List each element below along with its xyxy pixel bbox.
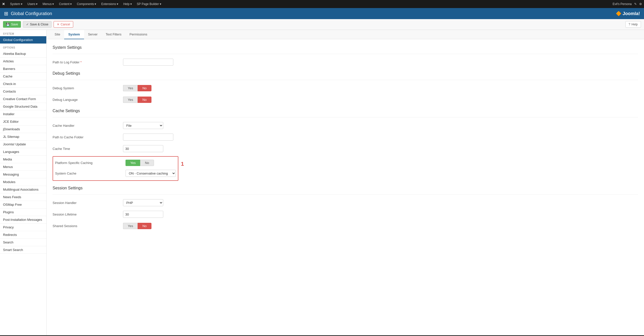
session-handler-row: Session Handler PHP Database Memcached R… [53,199,638,207]
session-lifetime-input[interactable] [123,211,163,218]
debug-system-label: Debug System [53,86,123,90]
settings-icon[interactable]: ⚙ [639,2,642,6]
sidebar-item-media[interactable]: Media [0,156,46,163]
system-cache-select[interactable]: OFF ON - Conservative caching ON - Progr… [126,170,176,177]
help-button[interactable]: ? Help [625,21,641,28]
sidebar-item-articles[interactable]: Articles [0,58,46,65]
path-cache-folder-input[interactable] [123,134,173,141]
shared-sessions-toggle: Yes No [123,223,151,229]
debug-language-no[interactable]: No [138,97,151,103]
sidebar-item-smart-search[interactable]: Smart Search [0,246,46,254]
nav-components[interactable]: Components ▾ [75,0,98,8]
sidebar-item-contacts[interactable]: Contacts [0,88,46,95]
system-cache-label: System Cache [55,172,126,175]
cache-handler-row: Cache Handler File Memcached Redis [53,121,638,130]
session-handler-label: Session Handler [53,201,123,205]
platform-caching-no[interactable]: No [140,160,154,166]
debug-system-toggle: Yes No [123,85,151,91]
sidebar-item-news-feeds[interactable]: News Feeds [0,193,46,201]
sidebar-item-jce-editor[interactable]: JCE Editor [0,118,46,125]
tab-site[interactable]: Site [51,30,64,39]
save-close-button[interactable]: ✓ Save & Close [23,21,52,28]
nav-users[interactable]: Users ▾ [25,0,39,8]
debug-system-row: Debug System Yes No [53,84,638,92]
session-lifetime-label: Session Lifetime [53,213,123,216]
x-icon: ✕ [57,23,59,26]
sidebar-item-cache[interactable]: Cache [0,73,46,80]
checkmark-icon: ✓ [26,23,29,26]
sidebar-item-redirects[interactable]: Redirects [0,231,46,239]
system-cache-row: System Cache OFF ON - Conservative cachi… [55,169,176,177]
sidebar-item-modules[interactable]: Modules [0,178,46,186]
current-user: Evil's Persona [613,2,632,6]
sidebar-item-global-configuration[interactable]: Global Configuration [0,36,46,44]
debug-language-row: Debug Language Yes No [53,96,638,104]
sidebar-item-creative-contact-form[interactable]: Creative Contact Form [0,95,46,103]
sidebar-item-check-in[interactable]: Check-in [0,80,46,88]
tab-permissions[interactable]: Permissions [126,30,151,39]
path-cache-folder-label: Path to Cache Folder [53,135,123,139]
sidebar-item-google-structured-data[interactable]: Google Structured Data [0,103,46,110]
nav-content[interactable]: Content ▾ [57,0,74,8]
system-settings-title: System Settings [53,45,638,50]
edit-icon[interactable]: ✎ [634,2,637,6]
sidebar-item-languages[interactable]: Languages [0,148,46,156]
cache-handler-select[interactable]: File Memcached Redis [123,122,163,129]
tab-system[interactable]: System [64,30,84,39]
nav-help[interactable]: Help ▾ [121,0,134,8]
sidebar-item-post-installation[interactable]: Post-Installation Messages [0,216,46,224]
tab-server[interactable]: Server [84,30,102,39]
sidebar-item-installer[interactable]: Installer [0,110,46,118]
debug-system-yes[interactable]: Yes [123,85,138,91]
system-section-label: SYSTEM [0,30,46,36]
tabs-bar: Site System Server Text Filters Permissi… [47,30,644,39]
joomla-logo: 🔶 Joomla! [616,11,640,16]
cache-time-input[interactable] [123,145,163,152]
sidebar-item-multilingual[interactable]: Multilingual Associations [0,186,46,193]
session-handler-select[interactable]: PHP Database Memcached Redis [123,199,163,206]
nav-menus[interactable]: Menus ▾ [41,0,56,8]
cache-settings-title: Cache Settings [53,109,638,113]
shared-sessions-yes[interactable]: Yes [123,223,138,229]
session-lifetime-row: Session Lifetime [53,210,638,218]
content-area: System Settings Path to Log Folder * Deb… [47,39,644,237]
platform-caching-label: Platform Specific Caching [55,161,126,165]
sidebar-item-banners[interactable]: Banners [0,65,46,73]
highlight-arrow: 1 [181,161,184,167]
shared-sessions-no[interactable]: No [138,223,151,229]
sidebar-item-plugins[interactable]: Plugins [0,208,46,216]
sidebar-item-joomla-update[interactable]: Joomla! Update [0,141,46,148]
sidebar-item-jl-sitemap[interactable]: JL Sitemap [0,133,46,141]
sidebar-item-menus[interactable]: Menus [0,163,46,171]
platform-caching-yes[interactable]: Yes [126,160,140,166]
cancel-button[interactable]: ✕ Cancel [54,21,73,28]
shared-sessions-label: Shared Sessions [53,224,123,228]
sidebar-item-jdownloads[interactable]: jDownloads [0,125,46,133]
main-layout: SYSTEM Global Configuration OPTIONS Akee… [0,30,644,335]
path-cache-folder-row: Path to Cache Folder [53,133,638,141]
sidebar-item-privacy[interactable]: Privacy [0,224,46,231]
tab-text-filters[interactable]: Text Filters [102,30,126,39]
nav-sp-page-builder[interactable]: SP Page Builder ▾ [135,0,163,8]
cache-time-label: Cache Time [53,147,123,151]
sidebar-item-messaging[interactable]: Messaging [0,171,46,178]
main-content: Site System Server Text Filters Permissi… [47,30,644,335]
debug-system-no[interactable]: No [138,85,151,91]
path-log-folder-label: Path to Log Folder * [53,60,123,64]
system-logo: ✕ [2,2,5,6]
save-icon: 💾 [6,23,10,26]
path-log-folder-input[interactable] [123,59,173,66]
nav-system[interactable]: System ▾ [8,0,24,8]
top-navigation: ✕ System ▾ Users ▾ Menus ▾ Content ▾ Com… [0,0,644,8]
config-icon: ⊞ [4,11,8,17]
sidebar-item-akeeba-backup[interactable]: Akeeba Backup [0,50,46,58]
toolbar: 💾 Save ✓ Save & Close ✕ Cancel ? Help [0,19,644,30]
nav-extensions[interactable]: Extensions ▾ [99,0,120,8]
debug-language-yes[interactable]: Yes [123,97,138,103]
platform-caching-toggle: Yes No [126,160,154,166]
sidebar-item-search[interactable]: Search [0,239,46,246]
sidebar: SYSTEM Global Configuration OPTIONS Akee… [0,30,47,335]
save-button[interactable]: 💾 Save [3,21,21,28]
page-header: ⊞ Global Configuration 🔶 Joomla! [0,8,644,19]
sidebar-item-osmap-free[interactable]: OSMap Free [0,201,46,208]
